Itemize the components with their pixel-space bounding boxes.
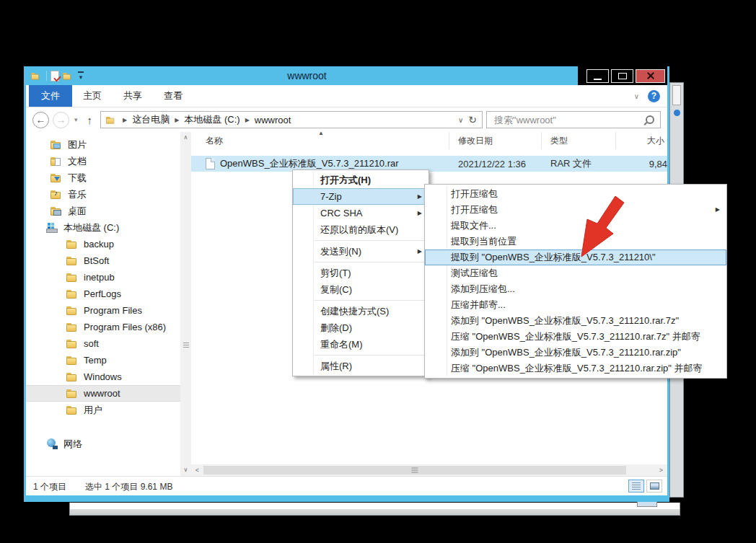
- sidebar-item-users[interactable]: 用户: [26, 402, 180, 418]
- file-row-selected[interactable]: OpenWBS_企业标准版_V5.7.3_211210.rar 2021/12/…: [191, 156, 667, 172]
- music-icon: [50, 190, 62, 199]
- forward-button[interactable]: →: [53, 112, 69, 128]
- menu-separator: [315, 355, 427, 356]
- submenu-item-compress-zip-email[interactable]: 压缩 "OpenWBS_企业标准版_V5.7.3_211210.rar.zip"…: [425, 361, 726, 376]
- close-button[interactable]: [636, 69, 665, 83]
- breadcrumb-arrow-icon: ▶: [245, 117, 250, 123]
- folder-icon: [66, 356, 78, 365]
- ribbon-collapse-icon[interactable]: ∨: [634, 92, 639, 100]
- sidebar-item-temp[interactable]: Temp: [26, 352, 180, 368]
- new-folder-icon[interactable]: [63, 72, 72, 79]
- column-header-size[interactable]: 大小: [616, 132, 667, 149]
- folder-icon: [66, 239, 78, 249]
- location-folder-icon: [106, 116, 115, 123]
- submenu-item-add-to-7z[interactable]: 添加到 "OpenWBS_企业标准版_V5.7.3_211210.rar.7z": [425, 313, 726, 329]
- sidebar-item-music[interactable]: 音乐: [26, 186, 180, 203]
- search-box[interactable]: [486, 111, 661, 128]
- breadcrumb[interactable]: ▶ 这台电脑 ▶ 本地磁盘 (C:) ▶ wwwroot ∨ ↻: [100, 111, 483, 128]
- address-bar: ← → ▾ ↑ ▶ 这台电脑 ▶ 本地磁盘 (C:) ▶ wwwroot ∨ ↻: [26, 107, 667, 132]
- menu-separator: [315, 240, 427, 241]
- tab-share[interactable]: 共享: [113, 85, 153, 107]
- submenu-item-add-to-archive[interactable]: 添加到压缩包...: [425, 281, 726, 297]
- sidebar-item-program-files-x86[interactable]: Program Files (x86): [26, 319, 180, 335]
- maximize-button[interactable]: [611, 69, 633, 83]
- tab-view[interactable]: 查看: [153, 85, 193, 107]
- tree-scrollbar[interactable]: ∧: [180, 132, 191, 464]
- sidebar-item-wwwroot[interactable]: wwwroot: [26, 385, 180, 402]
- submenu-item-add-to-zip[interactable]: 添加到 "OpenWBS_企业标准版_V5.7.3_211210.rar.zip…: [425, 345, 726, 361]
- customize-toolbar-dropdown-icon[interactable]: ▾: [78, 71, 84, 81]
- sidebar-item-inetpub[interactable]: inetpub: [26, 269, 180, 286]
- refresh-icon[interactable]: ↻: [468, 114, 477, 125]
- column-headers: ▲ 名称 修改日期 类型 大小: [191, 132, 667, 149]
- scroll-up-icon[interactable]: ∧: [180, 132, 191, 143]
- submenu-arrow-icon: ▶: [716, 202, 720, 218]
- sidebar-item-soft[interactable]: soft: [26, 335, 180, 352]
- folder-icon: [66, 289, 78, 299]
- drive-icon: [46, 223, 58, 232]
- menu-item-copy[interactable]: 复制(C): [293, 281, 428, 298]
- breadcrumb-local-disk-c[interactable]: 本地磁盘 (C:): [184, 113, 239, 126]
- submenu-item-compress-and-email[interactable]: 压缩并邮寄...: [425, 297, 726, 313]
- column-header-date[interactable]: 修改日期: [449, 132, 542, 149]
- menu-item-create-shortcut[interactable]: 创建快捷方式(S): [293, 303, 428, 319]
- scroll-right-icon[interactable]: >: [655, 467, 667, 474]
- breadcrumb-wwwroot[interactable]: wwwroot: [255, 115, 291, 125]
- details-view-button[interactable]: [628, 480, 644, 493]
- address-dropdown-icon[interactable]: ∨: [458, 116, 463, 124]
- menu-item-properties[interactable]: 属性(R): [293, 358, 428, 374]
- sidebar-item-windows[interactable]: Windows: [26, 368, 180, 385]
- sidebar-item-desktop[interactable]: 桌面: [26, 203, 180, 219]
- menu-item-rename[interactable]: 重命名(M): [293, 336, 428, 353]
- folder-icon: [66, 405, 78, 415]
- submenu-item-test-archive[interactable]: 测试压缩包: [425, 265, 726, 281]
- file-type: RAR 文件: [542, 156, 616, 172]
- menu-item-7zip[interactable]: 7-Zip▶: [293, 188, 428, 205]
- toolbar-divider: [46, 71, 47, 81]
- menu-item-send-to[interactable]: 发送到(N)▶: [293, 243, 428, 260]
- recent-locations-dropdown-icon[interactable]: ▾: [73, 116, 79, 123]
- details-view-icon: [632, 482, 641, 490]
- menu-item-delete[interactable]: 删除(D): [293, 319, 428, 336]
- sort-ascending-icon[interactable]: ▲: [318, 132, 324, 136]
- sidebar-item-pictures[interactable]: 图片: [26, 136, 180, 153]
- column-header-type[interactable]: 类型: [542, 132, 616, 149]
- pictures-icon: [50, 140, 62, 149]
- sidebar-item-local-disk-c[interactable]: 本地磁盘 (C:): [26, 219, 180, 236]
- minimize-button[interactable]: [586, 69, 609, 83]
- sidebar-item-documents[interactable]: 文档: [26, 153, 180, 169]
- search-input[interactable]: [493, 114, 646, 126]
- sidebar-item-program-files[interactable]: Program Files: [26, 302, 180, 319]
- search-icon: [646, 115, 654, 124]
- title-bar[interactable]: ▾ wwwroot: [26, 66, 667, 85]
- menu-item-cut[interactable]: 剪切(T): [293, 265, 428, 281]
- horizontal-scrollbar[interactable]: < >: [191, 464, 667, 476]
- breadcrumb-this-pc[interactable]: 这台电脑: [132, 113, 170, 126]
- sidebar-item-network[interactable]: 网络: [26, 436, 180, 452]
- back-button[interactable]: ←: [32, 112, 49, 128]
- submenu-arrow-icon: ▶: [418, 243, 422, 260]
- folder-icon: [66, 322, 78, 332]
- background-window-detail: [672, 85, 681, 105]
- tab-home[interactable]: 主页: [72, 85, 113, 107]
- scroll-down-icon[interactable]: ∨: [180, 464, 191, 476]
- menu-item-crc-sha[interactable]: CRC SHA▶: [293, 205, 428, 221]
- sidebar-item-downloads[interactable]: 下载: [26, 169, 180, 186]
- menu-item-open-with[interactable]: 打开方式(H): [293, 172, 428, 188]
- horizontal-scroll-thumb[interactable]: [203, 466, 626, 474]
- sidebar-item-perflogs[interactable]: PerfLogs: [26, 286, 180, 302]
- thumbnail-view-button[interactable]: [646, 480, 662, 493]
- file-size: 9,84: [616, 156, 667, 172]
- up-button[interactable]: ↑: [83, 114, 97, 126]
- tab-file[interactable]: 文件: [29, 85, 72, 107]
- sidebar-item-btsoft[interactable]: BtSoft: [26, 252, 180, 269]
- help-icon[interactable]: ?: [648, 90, 660, 102]
- menu-item-restore-previous[interactable]: 还原以前的版本(V): [293, 221, 428, 238]
- sidebar-item-backup[interactable]: backup: [26, 236, 180, 252]
- window-folder-icon: [31, 72, 40, 79]
- splitter-grip[interactable]: [182, 337, 190, 352]
- scroll-left-icon[interactable]: <: [191, 467, 203, 474]
- submenu-item-compress-7z-email[interactable]: 压缩 "OpenWBS_企业标准版_V5.7.3_211210.rar.7z" …: [425, 329, 726, 345]
- menu-separator: [315, 262, 427, 262]
- properties-icon[interactable]: [50, 71, 59, 81]
